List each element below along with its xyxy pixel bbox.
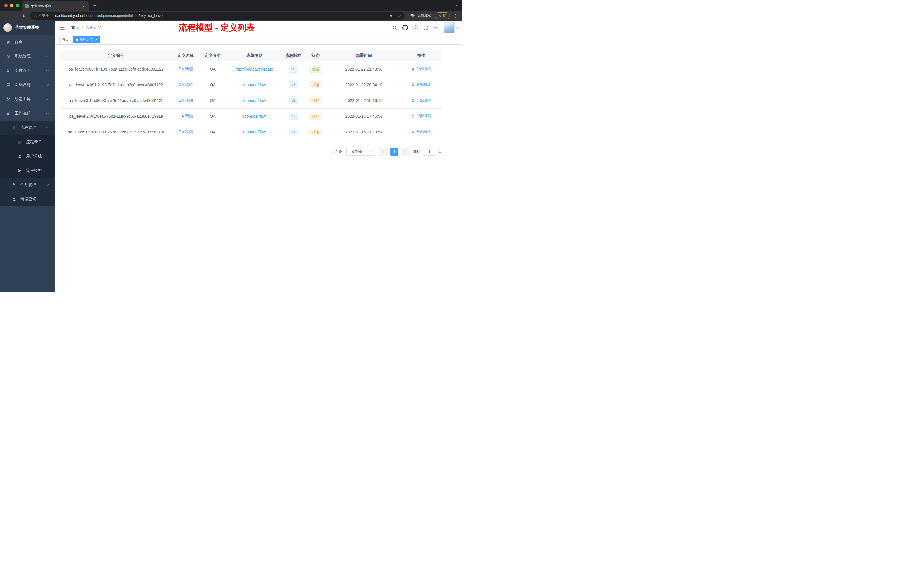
table-row: oa_leave:2:3c1f0ef1-76b1-11ec-9c66-a2380… [60, 108, 442, 124]
sidebar-item-process-model[interactable]: 流程模型 [0, 163, 55, 178]
table-row: oa_leave:4:991f2193-7b7f-11ec-a3c8-acde4… [60, 77, 442, 92]
tab-favicon-icon [25, 4, 28, 8]
breadcrumb-home[interactable]: 首页 [71, 25, 79, 30]
tag-label: 首页 [62, 37, 69, 42]
chevron-up-icon [46, 127, 49, 129]
version-badge: v4 [289, 81, 298, 88]
incognito-icon [410, 13, 415, 18]
browser-menu-icon[interactable]: ⋮ [452, 12, 459, 20]
password-key-icon[interactable] [388, 12, 396, 20]
search-icon[interactable] [390, 23, 400, 33]
sidebar-item-devtools[interactable]: ⚒ 研发工具 [0, 92, 55, 106]
assign-rule-button[interactable]: 分配规则 [411, 66, 431, 71]
window-minimize-button[interactable] [10, 4, 13, 7]
page-number-button[interactable]: 1 [390, 148, 398, 156]
sidebar-item-user-group[interactable]: 用户分组 [0, 149, 55, 163]
sidebar-item-label: 用户分组 [26, 154, 42, 159]
status-badge: 挂起 [309, 129, 322, 135]
definition-name-link[interactable]: OA 请假 [178, 114, 193, 118]
reload-button[interactable]: ↻ [20, 12, 28, 20]
sidebar-item-system[interactable]: ⚙ 系统管理 [0, 49, 55, 63]
workflow-icon: ▣ [6, 111, 11, 116]
sidebar-item-infrastructure[interactable]: ▤ 基础设施 [0, 78, 55, 92]
sidebar-item-leave-query[interactable]: 请假查询 [0, 192, 55, 206]
assign-rule-button[interactable]: 分配规则 [411, 98, 431, 103]
sidebar-item-task-management[interactable]: ⚑ 任务管理 [0, 178, 55, 192]
sidebar-item-home[interactable]: ◉ 首页 [0, 35, 55, 49]
font-size-icon[interactable]: тT [431, 23, 441, 33]
sidebar-item-label: 流程管理 [20, 125, 36, 130]
chevron-down-icon [46, 69, 49, 72]
assign-rule-button[interactable]: 分配规则 [411, 82, 431, 87]
table-row: oa_leave:1:482ec033-762a-11ec-8477-a2380… [60, 124, 442, 140]
form-link[interactable]: /bpm/oa/leave/create [236, 67, 273, 71]
sidebar-item-label: 流程模型 [26, 168, 42, 173]
browser-tab[interactable]: 芋道管理系统 × [22, 2, 89, 11]
form-link[interactable]: /bpm/oa/flow [243, 114, 266, 119]
user-icon [411, 99, 415, 102]
deploy-time: 2022-01-22 19:19:11 [328, 92, 400, 108]
sidebar-logo[interactable]: 芋道管理系统 [0, 21, 55, 35]
github-icon[interactable] [400, 23, 410, 33]
definition-category: OA [200, 77, 226, 92]
next-page-button[interactable]: › [401, 148, 409, 156]
help-icon[interactable]: ? [411, 23, 420, 33]
column-header: 表单信息 [226, 50, 283, 61]
form-link[interactable]: /bpm/oa/flow [243, 130, 266, 134]
assign-rule-button[interactable]: 分配规则 [411, 129, 431, 134]
version-badge: v3 [289, 97, 298, 104]
url-domain: dashboard.yudao.iocoder.cn [55, 14, 100, 18]
logo-title: 芋道管理系统 [15, 25, 39, 30]
chevron-down-icon [46, 54, 49, 58]
security-label[interactable]: 不安全 [39, 13, 50, 18]
page-size-select[interactable]: 10条/页 [346, 148, 375, 156]
tag-dot [76, 39, 78, 41]
address-bar[interactable]: ⚠ 不安全 dashboard.yudao.iocoder.cn /bpm/ma… [30, 12, 404, 20]
goto-page-input[interactable] [423, 148, 436, 156]
back-button[interactable]: ← [3, 12, 11, 20]
definition-table: 定义编号 定义名称 定义分类 表单信息 流程版本 状态 部署时间 操作 oa_l… [60, 50, 442, 140]
sidebar-item-label: 支付管理 [15, 68, 31, 73]
tab-search-chevron-icon[interactable]: ▾ [456, 3, 457, 7]
sidebar-item-process-management[interactable]: ≣ 流程管理 [0, 120, 55, 135]
tag-home[interactable]: 首页 [59, 36, 71, 43]
assign-rule-button[interactable]: 分配规则 [411, 114, 431, 119]
tag-close-icon[interactable]: × [95, 38, 97, 42]
chrome-update-button[interactable]: 更新 [435, 12, 450, 19]
table-header-row: 定义编号 定义名称 定义分类 表单信息 流程版本 状态 部署时间 操作 [60, 50, 442, 61]
definition-category: OA [200, 61, 226, 77]
form-link[interactable]: /bpm/oa/flow [243, 98, 266, 103]
status-badge: 挂起 [309, 97, 322, 104]
sidebar-item-workflow[interactable]: ▣ 工作流程 [0, 106, 55, 120]
definition-name-link[interactable]: OA 请假 [178, 66, 193, 71]
deploy-time: 2022-01-16 01:40:51 [328, 124, 400, 140]
definition-id: oa_leave:2:3c1f0ef1-76b1-11ec-9c66-a2380… [60, 108, 172, 124]
sidebar-item-payment[interactable]: ¥ 支付管理 [0, 63, 55, 78]
user-icon [411, 114, 415, 118]
new-tab-button[interactable]: + [91, 2, 99, 10]
sidebar-item-process-form[interactable]: ▦ 流程表单 [0, 135, 55, 149]
definition-name-link[interactable]: OA 请假 [178, 82, 193, 87]
deploy-time: 2022-01-22 21:48:38 [328, 61, 400, 77]
tab-close-icon[interactable]: × [81, 4, 86, 8]
browser-tab-strip: 芋道管理系统 × + ▾ [0, 0, 462, 11]
tag-process-definition[interactable]: 流程定义 × [73, 36, 100, 43]
gear-icon: ⚙ [6, 54, 11, 59]
definition-name-link[interactable]: OA 请假 [178, 98, 193, 102]
window-zoom-button[interactable] [16, 4, 19, 7]
form-link[interactable]: /bpm/oa/flow [243, 82, 266, 87]
hamburger-icon[interactable] [55, 21, 69, 35]
user-icon [12, 197, 16, 201]
sidebar-item-label: 任务管理 [20, 182, 36, 187]
prev-page-button[interactable]: ‹ [380, 148, 388, 156]
bookmark-star-icon[interactable]: ☆ [396, 12, 403, 20]
definition-name-link[interactable]: OA 请假 [178, 129, 193, 134]
window-controls [4, 4, 19, 7]
user-menu[interactable]: ▾ [444, 22, 458, 33]
browser-toolbar: ← → ↻ ⚠ 不安全 dashboard.yudao.iocoder.cn /… [0, 11, 462, 21]
chevron-down-icon [46, 83, 49, 86]
window-close-button[interactable] [4, 4, 8, 7]
column-header: 部署时间 [328, 50, 400, 61]
fullscreen-icon[interactable] [421, 23, 431, 33]
forward-button[interactable]: → [12, 12, 20, 20]
